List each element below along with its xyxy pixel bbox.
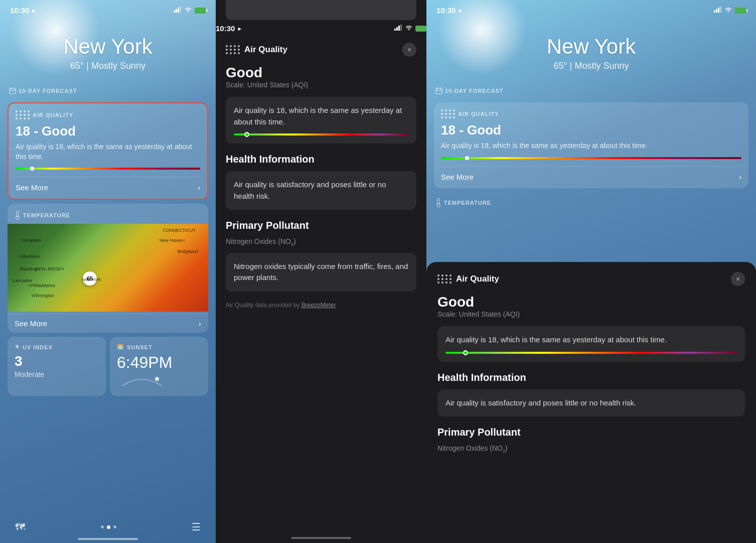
- svg-rect-15: [714, 11, 715, 13]
- aq-bar-p3: [441, 157, 741, 159]
- air-quality-card-p1[interactable]: AIR QUALITY 18 - Good Air quality is 18,…: [8, 102, 208, 200]
- pollutant-sub: Nitrogen Oxides (NO2): [226, 237, 416, 247]
- close-button-p3[interactable]: ×: [731, 272, 745, 286]
- nav-dot-2-active: [107, 525, 110, 529]
- location-arrow-icon-p3: ►: [458, 8, 463, 14]
- time-display-p3: 10:30: [436, 6, 456, 15]
- map-label-reading: Reading: [20, 266, 37, 272]
- city-name-p3: New York: [436, 35, 746, 59]
- panel3-air-quality-modal: Air Quality × Good Scale: United States …: [426, 262, 756, 543]
- aq-good-header: Good Scale: United States (AQI): [226, 65, 416, 89]
- list-icon-p1[interactable]: ☰: [192, 521, 201, 533]
- temp-label-text-p3: TEMPERATURE: [444, 200, 491, 206]
- battery-icon-p2: [415, 26, 426, 32]
- aq-scale-p3: Scale: United States (AQI): [437, 310, 745, 318]
- city-weather-p3: 65° | Mostly Sunny: [436, 61, 746, 71]
- temp-see-more-label-p1: See More: [15, 319, 47, 328]
- air-quality-card-p3[interactable]: AIR QUALITY 18 - Good Air quality is 18,…: [434, 102, 748, 188]
- aq-good-header-p3: Good Scale: United States (AQI): [437, 294, 745, 318]
- status-icons-p2: [394, 25, 426, 32]
- aq-value-p1: 18 - Good: [16, 123, 200, 139]
- panel3-weather-modal: 10:30 ► New York 65° | Mostly Sunny 10-D…: [426, 0, 756, 543]
- status-icons-p3: [714, 7, 746, 14]
- time-display-p1: 10:30: [10, 6, 29, 15]
- aq-desc-p1: Air quality is 18, which is the same as …: [16, 142, 200, 162]
- uv-index-card-p1: ☀ UV INDEX 3 Moderate: [8, 337, 106, 396]
- aq-dots-icon-p3: [441, 109, 456, 118]
- location-arrow-icon-p1: ►: [31, 8, 37, 14]
- modal-top-blur: [226, 0, 416, 20]
- temperature-section-p1: TEMPERATURE CONNECTICUT ○Scranton New Ha…: [8, 204, 208, 333]
- aq-info-text-p3: Air quality is 18, which is the same as …: [445, 334, 737, 346]
- map-icon-p1[interactable]: 🗺: [15, 521, 25, 533]
- svg-rect-16: [716, 9, 717, 13]
- map-label-lancaster: Lancaster: [13, 278, 33, 283]
- battery-icon-p1: [195, 8, 206, 14]
- svg-rect-2: [178, 8, 179, 13]
- aq-bar-indicator-p3: [465, 156, 469, 160]
- wifi-icon-p3: [724, 7, 732, 14]
- status-bar-panel1: 10:30 ►: [0, 0, 216, 15]
- health-info-title: Health Information: [226, 154, 416, 165]
- close-button[interactable]: ×: [402, 43, 416, 57]
- uv-label-p1: ☀ UV INDEX: [15, 344, 99, 350]
- nav-dot-3: [113, 525, 116, 528]
- city-name-p1: New York: [10, 35, 206, 59]
- see-more-row-p1[interactable]: See More ›: [16, 177, 200, 192]
- sunset-card-p1: 🌅 SUNSET 6:49PM: [110, 337, 208, 396]
- aq-gradient-bar: [234, 133, 408, 135]
- aq-modal-content: Air Quality × Good Scale: United States …: [216, 33, 426, 543]
- status-bar-p3: 10:30 ►: [426, 0, 756, 15]
- pollutant-title-p3: Primary Pollutant: [437, 427, 745, 438]
- map-label-newhaven: New Haven○: [160, 238, 186, 243]
- map-label-bridgeport: Bridgeport: [177, 249, 198, 254]
- aq-gradient-indicator: [244, 132, 249, 137]
- map-label-philadelphia: ○Philadelphia: [28, 283, 55, 288]
- battery-icon-p3: [735, 8, 746, 14]
- map-label-newjersey: NEW JERSEY: [35, 266, 65, 272]
- attribution-link[interactable]: BreezoMeter: [301, 302, 336, 309]
- wifi-icon-p2: [405, 25, 413, 32]
- aq-desc-p3: Air quality is 18, which is the same as …: [441, 141, 741, 151]
- map-label-wilmington: Wilmington: [32, 293, 54, 298]
- svg-rect-18: [720, 7, 721, 13]
- aq-dots-icon-p1: [16, 110, 30, 119]
- status-icons-p1: [174, 7, 206, 14]
- thermometer-icon-p1: [15, 211, 21, 220]
- thermometer-icon-p3: [435, 198, 441, 207]
- sunset-arc-p1: [117, 372, 167, 387]
- city-weather-p1: 65° | Mostly Sunny: [10, 61, 206, 71]
- signal-icon-p2: [394, 25, 402, 32]
- see-more-label-p1: See More: [16, 183, 48, 192]
- panel2-air-quality-modal: 10:30 ► Air Quality ×: [216, 0, 426, 543]
- attribution: Air Quality data provided by BreezoMeter: [226, 302, 416, 309]
- city-header-p1: New York 65° | Mostly Sunny: [0, 15, 216, 81]
- modal-header-p3: Air Quality ×: [437, 262, 745, 294]
- sunset-value-p1: 6:49PM: [117, 353, 201, 372]
- svg-point-10: [155, 377, 159, 381]
- status-time-p1: 10:30 ►: [10, 6, 37, 15]
- map-label-scranton: ○Scranton: [20, 238, 41, 243]
- svg-rect-19: [436, 88, 442, 94]
- city-header-p3: New York 65° | Mostly Sunny: [426, 15, 756, 81]
- status-time-p3: 10:30 ►: [436, 6, 463, 15]
- temp-section-label-p3: TEMPERATURE: [426, 192, 756, 211]
- temp-see-more-p1[interactable]: See More ›: [8, 314, 208, 333]
- health-info-text: Air quality is satisfactory and poses li…: [234, 179, 408, 202]
- svg-rect-17: [718, 8, 719, 13]
- see-more-row-p3[interactable]: See More ›: [441, 166, 741, 181]
- aq-value-p3: 18 - Good: [441, 122, 741, 138]
- aq-info-card-p3: Air quality is 18, which is the same as …: [437, 326, 745, 362]
- modal-dots-icon: [226, 45, 240, 54]
- chevron-right-icon-p1: ›: [198, 183, 200, 192]
- modal-title: Air Quality: [226, 45, 287, 55]
- signal-icon-p3: [714, 7, 722, 14]
- chevron-right-icon-temp-p1: ›: [199, 319, 201, 328]
- signal-icon-p1: [174, 7, 182, 14]
- svg-rect-1: [176, 9, 177, 13]
- status-bar-p2: 10:30 ►: [216, 20, 426, 33]
- uv-value-p1: 3: [15, 353, 99, 369]
- map-label-connecticut: CONNECTICUT: [163, 228, 196, 233]
- location-arrow-icon-p2: ►: [237, 26, 242, 32]
- svg-rect-0: [174, 11, 175, 13]
